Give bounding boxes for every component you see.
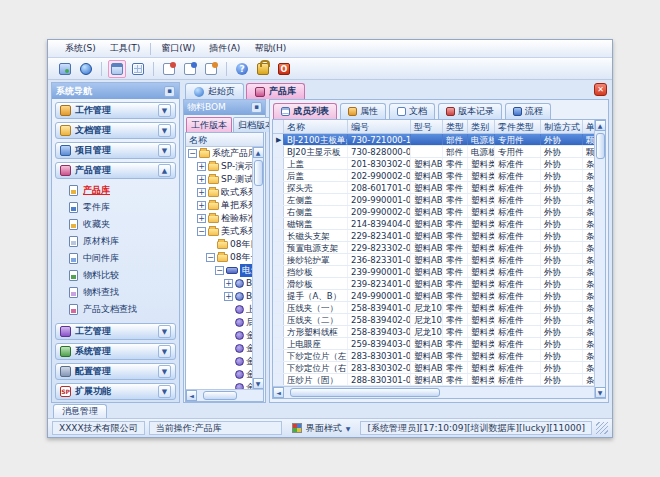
scrollbar-thumb[interactable]: [254, 160, 263, 186]
window-icon-button[interactable]: [108, 60, 126, 78]
sidebar-group-5[interactable]: 工艺管理▼: [55, 323, 176, 340]
close-icon[interactable]: ✕: [594, 83, 607, 96]
doc-export-icon-button[interactable]: [202, 60, 220, 78]
table-row[interactable]: ▶BJ-2100主板单点730-721000-12X部件电源板专用件外协颗: [273, 134, 594, 146]
chevron-down-icon[interactable]: ▼: [158, 144, 171, 157]
table-row[interactable]: 下纱定位片（左）283-830301-00X塑料ABS零件塑料类标准件外协条: [273, 350, 594, 362]
chevron-down-icon[interactable]: ▼: [158, 124, 171, 137]
grid-vertical-scrollbar[interactable]: ▲ ▼: [594, 120, 605, 398]
sidebar-group-8[interactable]: SP扩展功能▼: [55, 383, 176, 400]
sidebar-item-4[interactable]: 原材料库: [69, 233, 176, 250]
message-manage-tab[interactable]: 消息管理: [53, 404, 107, 418]
scroll-left-icon[interactable]: ◄: [273, 387, 284, 398]
expand-icon[interactable]: +: [197, 214, 206, 223]
chevron-down-icon[interactable]: ▼: [158, 385, 171, 398]
sidebar-item-7[interactable]: 物料查找: [69, 284, 176, 301]
doc-import-icon-button[interactable]: [181, 60, 199, 78]
chevron-down-icon[interactable]: ▼: [158, 325, 171, 338]
ui-style-dropdown[interactable]: 界面样式 ▼: [286, 421, 357, 435]
table-row[interactable]: 上盖201-830302-00X塑料ABS零件塑料类标准件外协条: [273, 158, 594, 170]
column-header-5[interactable]: 类别: [468, 120, 495, 133]
exit-icon-button[interactable]: O: [275, 60, 293, 78]
bom-tab-1[interactable]: 工作版本: [186, 117, 232, 132]
collapse-icon[interactable]: −: [215, 266, 224, 275]
scrollbar-thumb[interactable]: [290, 388, 440, 397]
lock-icon-button[interactable]: [254, 60, 272, 78]
chevron-down-icon[interactable]: ▼: [158, 104, 171, 117]
table-row[interactable]: 探头壳208-601701-01X塑料ABS零件塑料类标准件外协条: [273, 182, 594, 194]
sidebar-group-1[interactable]: 工作管理▼: [55, 102, 176, 119]
sidebar-group-6[interactable]: 系统管理▼: [55, 343, 176, 360]
column-header-6[interactable]: 零件类型: [495, 120, 541, 133]
chevron-down-icon[interactable]: ▼: [158, 345, 171, 358]
scroll-up-icon[interactable]: ▲: [595, 120, 606, 131]
table-row[interactable]: 右侧盖209-990002-01X塑料ABS零件塑料类标准件外协条: [273, 206, 594, 218]
scroll-down-icon[interactable]: ▼: [595, 387, 606, 398]
table-row[interactable]: 左侧盖209-990001-01X塑料ABS零件塑料类标准件外协条: [273, 194, 594, 206]
menu-item-4[interactable]: 插件(A): [202, 40, 247, 57]
sidebar-item-3[interactable]: 收藏夹: [69, 216, 176, 233]
table-row[interactable]: 挡纱板239-990001-01X塑料ABS零件塑料类标准件外协条: [273, 266, 594, 278]
sidebar-group-2[interactable]: 文档管理▼: [55, 122, 176, 139]
sidebar-group-7[interactable]: 配置管理▼: [55, 363, 176, 380]
column-header-4[interactable]: 类型: [443, 120, 468, 133]
table-row[interactable]: 压线夹（二）258-839402-00X尼龙1010零件塑料类标准件外协条: [273, 314, 594, 326]
menu-item-2[interactable]: 工具(T): [103, 40, 148, 57]
member-tab-1[interactable]: 成员列表: [273, 103, 337, 119]
sidebar-item-1[interactable]: 产品库: [69, 182, 176, 199]
table-row[interactable]: 接纱轮护罩236-823301-00X塑料ABS零件塑料类标准件外协条: [273, 254, 594, 266]
table-row[interactable]: 预置电源支架229-823302-00X塑料ABS零件塑料类标准件外协条: [273, 242, 594, 254]
globe-icon-button[interactable]: [77, 60, 95, 78]
grid-horizontal-scrollbar[interactable]: ◄: [273, 386, 594, 398]
collapse-icon[interactable]: −: [197, 227, 206, 236]
table-row[interactable]: 压纱片（固）288-830301-00X塑料ABS零件塑料类标准件外协条: [273, 374, 594, 386]
scroll-down-icon[interactable]: ▼: [253, 378, 264, 389]
tree-vertical-scrollbar[interactable]: ▲▼: [252, 147, 263, 389]
menu-item-3[interactable]: 窗口(W): [154, 40, 202, 57]
doc-edit-icon-button[interactable]: [160, 60, 178, 78]
scroll-up-icon[interactable]: ▲: [253, 147, 264, 158]
scroll-left-icon[interactable]: ◄: [186, 390, 197, 401]
table-row[interactable]: 滑纱板239-823401-00X塑料ABS零件塑料类标准件外协条: [273, 278, 594, 290]
scrollbar-thumb[interactable]: [203, 391, 237, 400]
collapse-icon[interactable]: −: [188, 149, 197, 158]
chevron-down-icon[interactable]: ▼: [158, 365, 171, 378]
pin-icon[interactable]: ▪: [164, 86, 175, 97]
table-row[interactable]: BJ20主显示板730-828000-04X部件电源板专用件外协颗: [273, 146, 594, 158]
table-row[interactable]: 磁钢盖214-839404-01X塑料ABS零件塑料类标准件外协条: [273, 218, 594, 230]
member-tab-5[interactable]: 流程: [505, 103, 551, 119]
table-row[interactable]: 长磁头支架229-823401-00X塑料ABS零件塑料类标准件外协条: [273, 230, 594, 242]
member-tab-3[interactable]: 文档: [389, 103, 435, 119]
chevron-up-icon[interactable]: ▲: [158, 164, 171, 177]
sidebar-item-8[interactable]: 产品文档查找: [69, 301, 176, 318]
help-icon-button[interactable]: ?: [233, 60, 251, 78]
column-header-1[interactable]: 名称: [284, 120, 348, 133]
member-tab-2[interactable]: 属性: [340, 103, 386, 119]
member-tab-4[interactable]: 版本记录: [438, 103, 502, 119]
pin-icon[interactable]: ▪: [251, 102, 262, 113]
table-row[interactable]: 提手（A、B）249-990001-01X塑料ABS零件塑料类标准件外协条: [273, 290, 594, 302]
desktop-icon-button[interactable]: [56, 60, 74, 78]
expand-icon[interactable]: +: [197, 175, 206, 184]
document-tab-2[interactable]: 产品库: [246, 83, 305, 99]
expand-icon[interactable]: +: [224, 292, 233, 301]
report-grid-icon-button[interactable]: [129, 60, 147, 78]
expand-icon[interactable]: +: [197, 188, 206, 197]
expand-icon[interactable]: +: [197, 201, 206, 210]
sidebar-item-2[interactable]: 零件库: [69, 199, 176, 216]
tree-horizontal-scrollbar[interactable]: ◄: [186, 389, 263, 401]
column-header-7[interactable]: 制造方式: [541, 120, 583, 133]
expand-icon[interactable]: +: [197, 162, 206, 171]
sidebar-group-4[interactable]: 产品管理▲: [55, 162, 176, 179]
column-header-3[interactable]: 型号: [411, 120, 443, 133]
menu-item-5[interactable]: 帮助(H): [247, 40, 293, 57]
table-row[interactable]: 下纱定位片（右）283-830302-00X塑料ABS零件塑料类标准件外协条: [273, 362, 594, 374]
document-tab-1[interactable]: 起始页: [185, 83, 244, 99]
table-row[interactable]: 方形塑料线框258-839403-00X尼龙1010零件塑料类标准件外协条: [273, 326, 594, 338]
table-row[interactable]: 压线夹（一）258-839401-00X尼龙1010零件塑料类标准件外协条: [273, 302, 594, 314]
sidebar-item-6[interactable]: 物料比较: [69, 267, 176, 284]
expand-icon[interactable]: +: [224, 279, 233, 288]
sidebar-item-5[interactable]: 中间件库: [69, 250, 176, 267]
table-row[interactable]: 后盖202-990002-01X塑料ABS零件塑料类标准件外协条: [273, 170, 594, 182]
scrollbar-thumb[interactable]: [596, 133, 605, 159]
